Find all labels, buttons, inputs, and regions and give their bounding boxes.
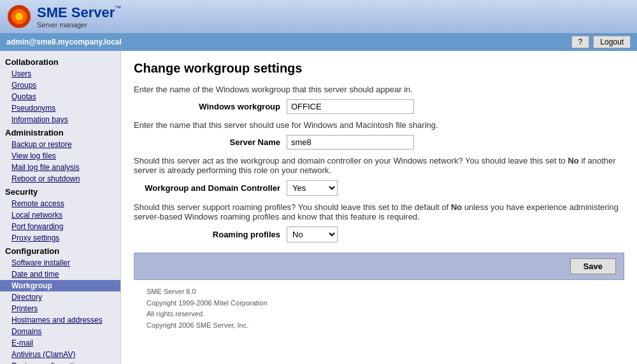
desc2: Enter the name that this server should u… bbox=[134, 120, 624, 130]
desc4-no: No bbox=[451, 202, 462, 212]
sidebar-item-printers[interactable]: Printers bbox=[0, 303, 120, 314]
sidebar-section-administration: Administration bbox=[0, 125, 120, 139]
windows-workgroup-input[interactable] bbox=[287, 99, 414, 114]
desc1: Enter the name of the Windows workgroup … bbox=[134, 85, 624, 94]
server-name-label: Server Name bbox=[134, 137, 287, 147]
sidebar-item-local-nets[interactable]: Local networks bbox=[0, 209, 120, 221]
sidebar-item-reboot[interactable]: Reboot or shutdown bbox=[0, 173, 120, 185]
desc3-no: No bbox=[568, 156, 578, 165]
footer-line1: SME Server 8.0 bbox=[147, 286, 612, 298]
sidebar-item-email[interactable]: E-mail bbox=[0, 337, 120, 349]
footer-line2: Copyright 1999-2006 Mitel Corporation bbox=[147, 298, 612, 309]
sidebar-item-software[interactable]: Software installer bbox=[0, 257, 120, 269]
logo-subtitle: Server manager bbox=[37, 21, 121, 29]
logo-title: SME Server bbox=[37, 4, 115, 21]
workgroup-row: Windows workgroup bbox=[134, 99, 624, 114]
desc4: Should this server support roaming profi… bbox=[134, 202, 624, 221]
sidebar-item-info-bays[interactable]: Information bays bbox=[0, 114, 120, 125]
admin-bar: admin@sme8.mycompany.local ? Logout bbox=[0, 33, 637, 51]
save-bar: Save bbox=[134, 253, 624, 280]
svg-point-2 bbox=[15, 13, 23, 20]
roaming-profiles-label: Roaming profiles bbox=[134, 230, 287, 239]
sidebar-item-remote[interactable]: Remote access bbox=[0, 198, 120, 209]
sidebar-item-hostnames[interactable]: Hostnames and addresses bbox=[0, 314, 120, 326]
server-name-input[interactable] bbox=[287, 135, 414, 150]
sidebar-section-collaboration: Collaboration bbox=[0, 55, 120, 68]
sidebar-item-quotas[interactable]: Quotas bbox=[0, 91, 120, 102]
page-title: Change workgroup settings bbox=[134, 61, 624, 76]
logo-area: SME Server ™ Server manager bbox=[6, 4, 121, 29]
sidebar-item-workgroup[interactable]: Workgroup bbox=[0, 280, 120, 291]
workgroup-dc-row: Workgroup and Domain Controller Yes No bbox=[134, 180, 624, 196]
footer: SME Server 8.0 Copyright 1999-2006 Mitel… bbox=[134, 280, 624, 337]
sidebar-section-configuration: Configuration bbox=[0, 244, 120, 257]
footer-line4: Copyright 2006 SME Server, Inc. bbox=[147, 320, 612, 332]
windows-workgroup-label: Windows workgroup bbox=[134, 102, 287, 111]
admin-user: admin@sme8.mycompany.local bbox=[6, 38, 122, 46]
sidebar-item-datetime[interactable]: Date and time bbox=[0, 269, 120, 280]
sidebar-item-directory[interactable]: Directory bbox=[0, 291, 120, 303]
logo-tm: ™ bbox=[115, 4, 121, 11]
sidebar-item-domains[interactable]: Domains bbox=[0, 326, 120, 337]
sidebar-item-port-fwd[interactable]: Port forwarding bbox=[0, 221, 120, 232]
footer-line3: All rights reserved. bbox=[147, 309, 612, 320]
save-button[interactable]: Save bbox=[570, 258, 616, 274]
desc3: Should this server act as the workgroup … bbox=[134, 156, 624, 175]
sidebar-item-review[interactable]: Review configuration bbox=[0, 360, 120, 364]
sidebar-item-proxy[interactable]: Proxy settings bbox=[0, 232, 120, 244]
main-content: Change workgroup settings Enter the name… bbox=[121, 51, 637, 364]
sidebar-item-pseudonyms[interactable]: Pseudonyms bbox=[0, 102, 120, 114]
roaming-profiles-select[interactable]: No Yes bbox=[287, 227, 338, 242]
workgroup-dc-select[interactable]: Yes No bbox=[287, 180, 338, 196]
workgroup-dc-label: Workgroup and Domain Controller bbox=[134, 183, 287, 193]
admin-actions: ? Logout bbox=[571, 36, 631, 48]
logo-icon bbox=[6, 4, 32, 29]
sidebar-item-backup[interactable]: Backup or restore bbox=[0, 139, 120, 150]
header: SME Server ™ Server manager bbox=[0, 0, 637, 33]
sidebar-item-mail-log[interactable]: Mail log file analysis bbox=[0, 162, 120, 173]
sidebar-section-security: Security bbox=[0, 185, 120, 198]
roaming-profiles-row: Roaming profiles No Yes bbox=[134, 227, 624, 242]
logo-text-area: SME Server ™ Server manager bbox=[37, 4, 121, 29]
help-button[interactable]: ? bbox=[571, 36, 590, 48]
sidebar: CollaborationUsersGroupsQuotasPseudonyms… bbox=[0, 51, 121, 364]
server-name-row: Server Name bbox=[134, 135, 624, 150]
sidebar-item-logs[interactable]: View log files bbox=[0, 150, 120, 162]
desc4-prefix: Should this server support roaming profi… bbox=[134, 202, 451, 212]
logout-button[interactable]: Logout bbox=[593, 36, 631, 48]
sidebar-item-antivirus[interactable]: Antivirus (ClamAV) bbox=[0, 349, 120, 360]
sidebar-item-users[interactable]: Users bbox=[0, 68, 120, 80]
layout: CollaborationUsersGroupsQuotasPseudonyms… bbox=[0, 51, 637, 364]
sidebar-item-groups[interactable]: Groups bbox=[0, 80, 120, 91]
desc3-prefix: Should this server act as the workgroup … bbox=[134, 156, 568, 165]
